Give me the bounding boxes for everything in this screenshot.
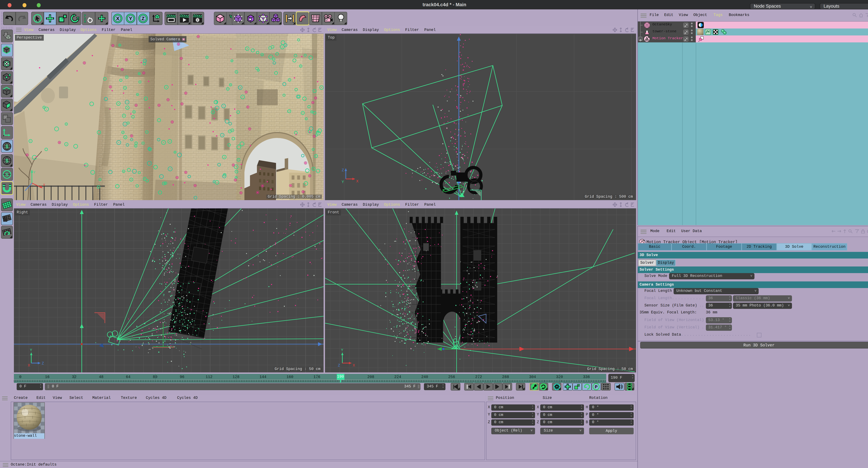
svg-text:S: S	[5, 158, 9, 164]
svg-text:R: R	[84, 20, 86, 23]
svg-text:Z: Z	[338, 363, 340, 368]
svg-text:Y: Y	[342, 180, 344, 184]
svg-text:S: S	[5, 143, 9, 149]
svg-text:S: S	[5, 172, 9, 177]
svg-text:X: X	[28, 363, 30, 368]
svg-text:Y: Y	[129, 16, 132, 21]
svg-text:X: X	[353, 363, 355, 368]
svg-text:Z: Z	[142, 16, 145, 21]
svg-text:Z: Z	[342, 168, 344, 173]
svg-text:P: P	[595, 384, 597, 389]
svg-text:Y: Y	[33, 170, 35, 174]
svg-text:Y: Y	[341, 348, 343, 352]
svg-text:Y: Y	[30, 348, 32, 352]
svg-text:X: X	[116, 16, 119, 21]
svg-text:Z: Z	[42, 361, 44, 366]
svg-text:X: X	[356, 179, 359, 184]
svg-text:X: X	[43, 183, 45, 187]
